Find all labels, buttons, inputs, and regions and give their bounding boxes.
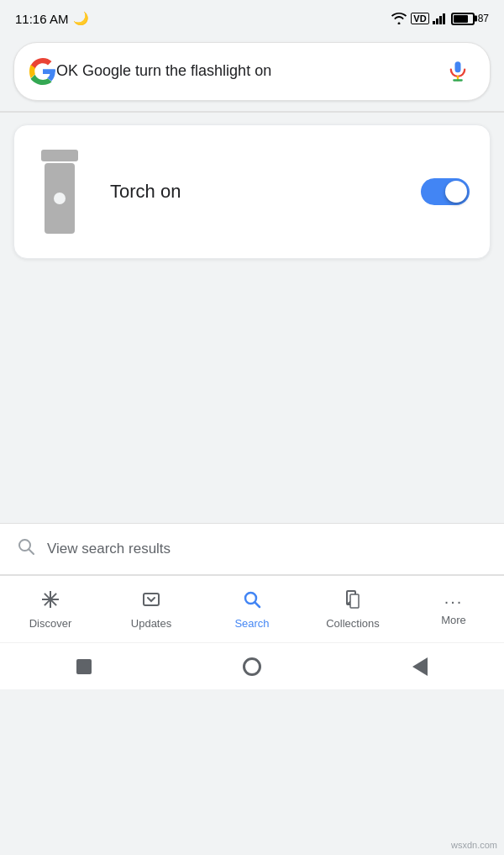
- toggle-track: [421, 178, 470, 205]
- nav-label-updates: Updates: [131, 617, 171, 630]
- updates-icon: [141, 589, 161, 613]
- svg-rect-2: [439, 16, 442, 24]
- android-nav-bar: [0, 642, 504, 689]
- torch-label: Torch on: [110, 181, 421, 203]
- clock-time: 11:16 AM: [15, 12, 68, 26]
- nav-label-collections: Collections: [326, 617, 380, 630]
- status-bar: 11:16 AM 🌙 VD 87: [0, 0, 504, 34]
- nav-item-collections[interactable]: Collections: [302, 576, 403, 642]
- svg-rect-15: [350, 594, 359, 608]
- recent-apps-button[interactable]: [72, 655, 96, 678]
- mic-button[interactable]: [441, 55, 475, 88]
- svg-line-13: [255, 602, 260, 607]
- nav-item-search[interactable]: Search: [202, 576, 302, 642]
- nav-item-discover[interactable]: Discover: [0, 576, 101, 642]
- discover-icon: [40, 589, 60, 613]
- battery-percent: 87: [478, 13, 489, 24]
- circle-icon: [243, 657, 261, 676]
- flashlight-icon: [34, 150, 85, 234]
- nav-item-updates[interactable]: Updates: [101, 576, 202, 642]
- search-nav-icon: [242, 589, 262, 613]
- signal-icon: [433, 13, 448, 24]
- triangle-icon: [412, 657, 428, 676]
- torch-card-wrapper: Torch on: [0, 113, 504, 271]
- watermark: wsxdn.com: [451, 840, 497, 850]
- nav-item-more[interactable]: ··· More: [403, 576, 504, 642]
- mic-icon: [446, 60, 470, 83]
- nav-label-search: Search: [234, 617, 269, 630]
- flashlight-head: [41, 150, 78, 161]
- view-search-results-text: View search results: [47, 541, 171, 557]
- empty-content-area: [0, 271, 504, 523]
- flashlight-body: [45, 163, 75, 234]
- torch-toggle[interactable]: [421, 178, 470, 205]
- status-icons: VD 87: [391, 13, 489, 25]
- moon-icon: 🌙: [73, 11, 89, 26]
- search-bar-container: OK Google turn the flashlight on: [0, 34, 504, 111]
- toggle-knob: [445, 181, 467, 203]
- svg-rect-4: [455, 61, 461, 72]
- bottom-nav: Discover Updates Search: [0, 575, 504, 642]
- collections-icon: [343, 589, 363, 613]
- svg-rect-3: [443, 13, 445, 24]
- more-icon: ···: [444, 593, 464, 610]
- svg-line-6: [29, 549, 34, 554]
- search-results-icon: [17, 537, 35, 561]
- square-icon: [76, 659, 92, 674]
- volte-icon: VD: [411, 13, 428, 24]
- search-bar[interactable]: OK Google turn the flashlight on: [13, 42, 491, 101]
- google-logo: [29, 58, 56, 85]
- svg-rect-11: [144, 594, 159, 605]
- svg-rect-0: [433, 21, 435, 24]
- svg-rect-1: [436, 18, 438, 24]
- nav-label-more: More: [441, 614, 466, 626]
- battery-icon: [451, 13, 475, 25]
- flashlight-lens: [54, 193, 66, 204]
- nav-label-discover: Discover: [29, 617, 72, 630]
- torch-card: Torch on: [13, 124, 491, 259]
- back-button[interactable]: [408, 655, 432, 678]
- view-search-results-bar[interactable]: View search results: [0, 523, 504, 575]
- search-query: OK Google turn the flashlight on: [56, 61, 441, 82]
- home-button[interactable]: [240, 655, 264, 678]
- status-time-group: 11:16 AM 🌙: [15, 11, 89, 26]
- wifi-icon: [391, 13, 407, 24]
